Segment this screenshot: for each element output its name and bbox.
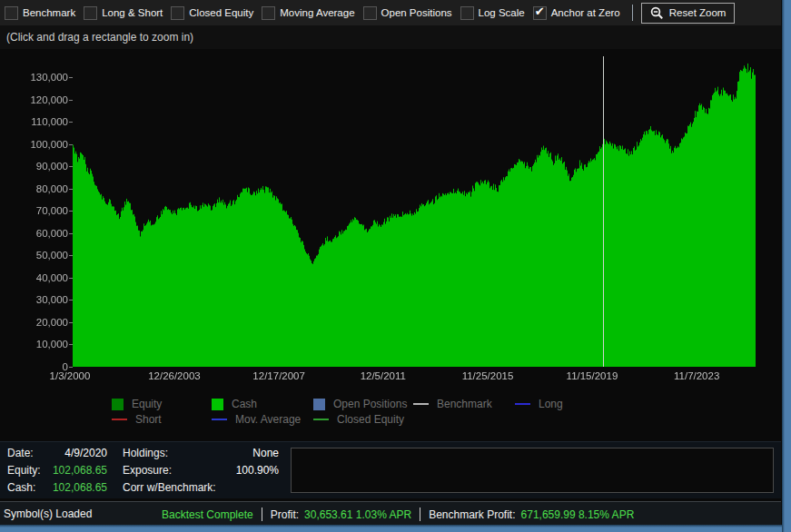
y-tick-label: 100,000: [0, 139, 68, 151]
toolbar-checkbox-group: BenchmarkLong & ShortClosed EquityMoving…: [5, 6, 628, 20]
chart-legend: EquityCashOpen PositionsBenchmarkLongSho…: [0, 390, 781, 441]
x-tick-label: 1/3/2000: [50, 370, 91, 381]
legend-label: Long: [539, 398, 563, 410]
y-tick-label: 20,000: [0, 317, 68, 329]
hint-row: (Click and drag a rectangle to zoom in): [0, 25, 781, 49]
checkbox-unchecked-icon: [5, 6, 18, 20]
status-separator: [262, 507, 262, 521]
legend-label: Open Positions: [333, 398, 407, 410]
chart-toolbar: BenchmarkLong & ShortClosed EquityMoving…: [0, 0, 781, 25]
legend-item-cash: Cash: [212, 398, 257, 410]
checkbox-unchecked-icon: [262, 6, 275, 20]
y-tick-label: 50,000: [0, 250, 68, 261]
checkbox-unchecked-icon: [84, 6, 97, 20]
legend-item-long: Long: [515, 398, 563, 410]
x-tick-label: 12/17/2007: [252, 370, 305, 381]
checkbox-closed-equity[interactable]: Closed Equity: [171, 6, 253, 20]
status-bar: Symbol(s) Loaded Backtest Complete Profi…: [0, 501, 781, 525]
window-border-right: [782, 0, 791, 532]
equity-chart-region: 010,00020,00030,00040,00050,00060,00070,…: [0, 49, 781, 390]
y-tick-label: 40,000: [0, 272, 68, 284]
y-tick-label: 120,000: [0, 94, 68, 106]
profit-value: 30,653.61 1.03% APR: [304, 508, 411, 521]
info-value: 4/9/2020: [27, 447, 107, 459]
x-tick-label: 11/15/2019: [567, 370, 618, 381]
checkbox-anchor-at-zero[interactable]: Anchor at Zero: [533, 6, 620, 20]
legend-square-swatch: [112, 399, 124, 410]
legend-item-short: Short: [112, 413, 162, 426]
checkbox-benchmark[interactable]: Benchmark: [5, 6, 75, 20]
x-tick-label: 12/5/2011: [361, 370, 406, 381]
checkbox-unchecked-icon: [363, 6, 377, 20]
x-tick-label: 11/25/2015: [462, 370, 514, 381]
checkbox-unchecked-icon: [460, 6, 474, 20]
checkbox-long-short[interactable]: Long & Short: [84, 6, 163, 20]
legend-line-swatch: [413, 403, 429, 405]
legend-item-open-positions: Open Positions: [313, 398, 407, 410]
legend-label: Equity: [132, 398, 162, 410]
reset-zoom-button[interactable]: Reset Zoom: [641, 3, 736, 24]
cursor-info-panel: Date:4/9/2020Equity:102,068.65Cash:102,0…: [0, 441, 781, 498]
zoom-hint-text: (Click and drag a rectangle to zoom in): [0, 31, 193, 44]
legend-line-swatch: [515, 403, 530, 405]
checkbox-label: Long & Short: [102, 7, 163, 18]
trade-details-box: [291, 448, 774, 493]
legend-line-swatch: [313, 419, 329, 420]
status-group: Backtest Complete Profit: 30,653.61 1.03…: [162, 507, 634, 521]
y-tick-label: 80,000: [0, 183, 68, 195]
legend-label: Short: [135, 413, 162, 426]
checkbox-label: Log Scale: [479, 7, 525, 18]
legend-square-swatch: [212, 399, 223, 410]
info-label-exposure-: Exposure:: [123, 464, 172, 477]
info-label-corr-w-benchmark-: Corr w/Benchmark:: [123, 481, 216, 494]
window-content: BenchmarkLong & ShortClosed EquityMoving…: [0, 0, 781, 525]
checkbox-open-positions[interactable]: Open Positions: [363, 6, 452, 20]
y-tick-label: 70,000: [0, 205, 68, 217]
info-value: None: [218, 447, 279, 459]
equity-curve-canvas[interactable]: [0, 49, 781, 390]
x-tick-label: 11/7/2023: [674, 370, 719, 381]
info-value: 102,068.65: [27, 464, 107, 477]
backtest-window: BenchmarkLong & ShortClosed EquityMoving…: [0, 0, 791, 532]
toolbar-separator: [632, 5, 633, 21]
y-tick-label: 10,000: [0, 339, 68, 350]
checkbox-label: Closed Equity: [189, 7, 253, 18]
checkbox-label: Open Positions: [381, 7, 452, 18]
legend-item-closed-equity: Closed Equity: [313, 413, 404, 426]
legend-label: Benchmark: [437, 398, 492, 410]
checkbox-moving-average[interactable]: Moving Average: [262, 6, 354, 20]
legend-item-benchmark: Benchmark: [413, 398, 492, 410]
checkbox-label: Benchmark: [23, 7, 75, 18]
y-tick-label: 90,000: [0, 161, 68, 172]
checkbox-log-scale[interactable]: Log Scale: [460, 6, 525, 20]
backtest-complete-text: Backtest Complete: [162, 508, 253, 521]
legend-label: Mov. Average: [235, 413, 301, 426]
y-tick-label: 130,000: [0, 72, 68, 84]
info-value: 102,068.65: [27, 481, 107, 494]
checkbox-checked-icon: [533, 6, 547, 20]
y-tick-label: 30,000: [0, 294, 68, 306]
legend-item-equity: Equity: [112, 398, 162, 410]
legend-line-swatch: [212, 419, 227, 420]
profit-label: Profit:: [271, 508, 299, 521]
y-tick-label: 110,000: [0, 116, 68, 128]
benchmark-profit-label: Benchmark Profit:: [429, 508, 515, 521]
reset-zoom-label: Reset Zoom: [669, 7, 727, 18]
legend-square-swatch: [313, 399, 325, 410]
info-value: 100.90%: [218, 464, 279, 477]
checkbox-label: Moving Average: [280, 7, 354, 18]
legend-line-swatch: [112, 419, 127, 420]
zoom-out-magnifier-icon: [650, 6, 664, 20]
legend-label: Cash: [232, 398, 257, 410]
info-label-holdings-: Holdings:: [123, 447, 168, 459]
x-tick-label: 12/26/2003: [148, 370, 201, 381]
y-tick-label: 60,000: [0, 228, 68, 240]
legend-item-mov-average: Mov. Average: [212, 413, 301, 426]
legend-label: Closed Equity: [337, 413, 404, 426]
checkbox-label: Anchor at Zero: [551, 7, 620, 18]
window-border-bottom: [0, 525, 782, 532]
symbols-loaded-text: Symbol(s) Loaded: [4, 507, 92, 520]
status-separator: [420, 507, 420, 521]
benchmark-profit-value: 671,659.99 8.15% APR: [521, 508, 635, 521]
checkbox-unchecked-icon: [171, 6, 184, 20]
